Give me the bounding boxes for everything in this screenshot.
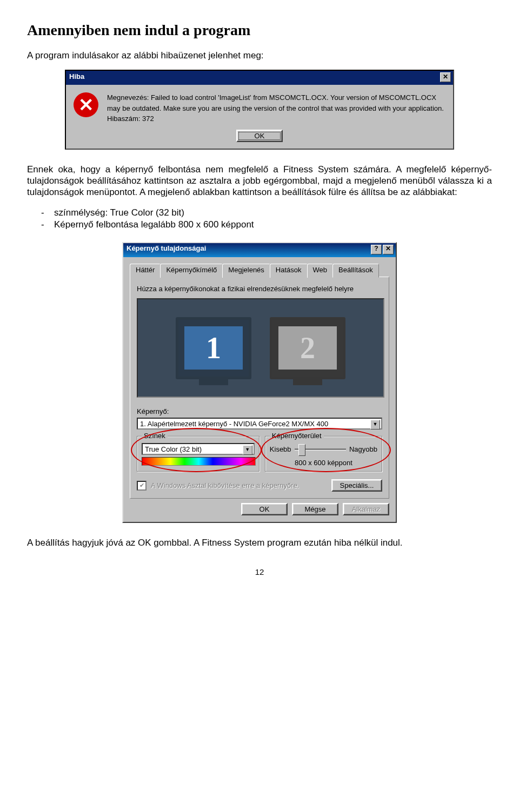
extend-checkbox: ✔	[137, 481, 147, 491]
monitor-2-label: 2	[278, 326, 337, 370]
error-line-1: Megnevezés: Failed to load control 'Imag…	[107, 92, 445, 113]
chevron-down-icon[interactable]: ▼	[370, 420, 380, 430]
close-icon[interactable]: ✕	[440, 72, 451, 82]
intro-paragraph: A program indulásakor az alábbi hibaüzen…	[27, 50, 492, 61]
advanced-button[interactable]: Speciális...	[331, 479, 382, 492]
tab-hatter[interactable]: Háttér	[130, 264, 161, 278]
tab-pane-settings: Húzza a képernyőikonokat a fizikai elren…	[130, 277, 389, 499]
display-dialog-titlebar[interactable]: Képernyő tulajdonságai ? ✕	[123, 243, 396, 257]
screen-label: Képernyő:	[137, 407, 382, 415]
monitor-1-label: 1	[184, 326, 243, 370]
tab-megjelenes[interactable]: Megjelenés	[222, 264, 270, 278]
tab-web[interactable]: Web	[307, 264, 334, 278]
colors-group-label: Színek	[142, 432, 168, 440]
error-dialog-titlebar[interactable]: Hiba ✕	[66, 71, 453, 85]
ok-button[interactable]: OK	[241, 503, 288, 515]
error-dialog-title: Hiba	[69, 72, 84, 80]
area-group-label: Képernyőterület	[270, 432, 324, 440]
extend-desktop-checkbox-row: ✔ A Windows Asztal kibővítése erre a kép…	[137, 481, 299, 491]
apply-button: Alkalmaz	[343, 503, 389, 515]
display-dialog-title: Képernyő tulajdonságai	[127, 244, 206, 252]
monitor-1[interactable]: 1	[176, 317, 251, 379]
extend-checkbox-label: A Windows Asztal kibővítése erre a képer…	[151, 481, 300, 489]
list-item: Képernyő felbontása legalább 800 x 600 k…	[54, 219, 492, 231]
error-dialog: Hiba ✕ ✕ Megnevezés: Failed to load cont…	[65, 70, 454, 150]
screen-dropdown[interactable]: 1. Alapértelmezett képernyő - NVIDIA GeF…	[137, 418, 382, 430]
bullet-list: színmélység: True Color (32 bit) Képerny…	[27, 207, 492, 232]
tabs: Háttér Képernyőkímélő Megjelenés Hatások…	[130, 264, 389, 278]
chevron-down-icon[interactable]: ▼	[243, 445, 252, 455]
ok-button[interactable]: OK	[236, 130, 283, 142]
slider-less-label: Kisebb	[270, 445, 291, 453]
resolution-slider[interactable]: Kisebb Nagyobb	[270, 445, 377, 453]
error-line-2: Hibaszám: 372	[107, 113, 445, 124]
color-depth-preview	[142, 457, 256, 466]
display-properties-dialog: Képernyő tulajdonságai ? ✕ Háttér Képern…	[122, 242, 397, 523]
error-message: Megnevezés: Failed to load control 'Imag…	[107, 92, 445, 124]
monitor-2[interactable]: 2	[270, 317, 345, 379]
tab-beallitasok[interactable]: Beállítások	[332, 264, 379, 278]
page-number: 12	[27, 567, 492, 576]
close-icon[interactable]: ✕	[383, 245, 394, 254]
colors-dropdown-value: True Color (32 bit)	[145, 445, 202, 453]
list-item: színmélység: True Color (32 bit)	[54, 207, 492, 219]
slider-thumb[interactable]	[298, 444, 305, 456]
instruction-text: Húzza a képernyőikonokat a fizikai elren…	[137, 285, 382, 293]
error-icon: ✕	[74, 92, 98, 117]
colors-dropdown[interactable]: True Color (32 bit) ▼	[142, 443, 255, 455]
cancel-button[interactable]: Mégse	[292, 503, 338, 515]
explain-paragraph: Ennek oka, hogy a képernyő felbontása ne…	[27, 164, 492, 198]
screen-dropdown-value: 1. Alapértelmezett képernyő - NVIDIA GeF…	[140, 420, 328, 428]
tab-kepernyokimelo[interactable]: Képernyőkímélő	[160, 264, 223, 278]
slider-more-label: Nagyobb	[349, 445, 377, 453]
page-heading: Amennyiben nem indul a program	[27, 22, 492, 39]
monitor-layout-area[interactable]: 1 2	[137, 298, 384, 398]
resolution-value: 800 x 600 képpont	[270, 459, 377, 467]
tab-hatasok[interactable]: Hatások	[270, 264, 308, 278]
outro-paragraph: A beállítás hagyjuk jóvá az OK gombbal. …	[27, 537, 492, 548]
help-icon[interactable]: ?	[371, 245, 382, 254]
